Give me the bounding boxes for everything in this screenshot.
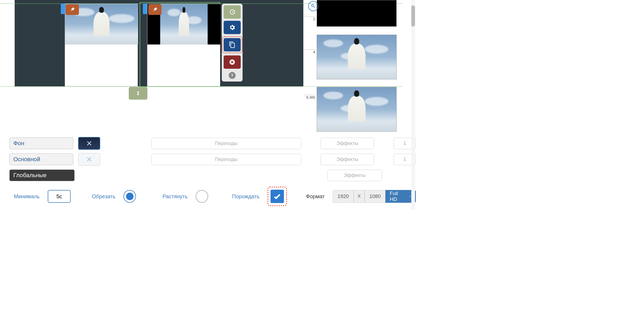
format-label: Формат — [306, 193, 325, 200]
stretch-label: Растянуть — [162, 193, 187, 200]
ruler-mark-6300: 6.300 — [304, 95, 315, 99]
copy-button[interactable] — [224, 38, 241, 51]
preview-frame-2[interactable] — [317, 87, 397, 132]
effects-button-1[interactable]: Эффекты — [321, 138, 374, 149]
settings-button[interactable] — [224, 21, 241, 34]
duration-input[interactable] — [48, 190, 71, 203]
layer-global-button[interactable]: Глобальные — [9, 169, 75, 181]
slide-1-handle-left[interactable] — [61, 3, 65, 14]
dimension-separator: X — [354, 190, 365, 203]
format-preset-label: Full HD — [390, 191, 406, 202]
layer-main-button[interactable]: Основной — [9, 153, 73, 165]
zoom-button[interactable] — [308, 1, 318, 11]
layer-background-thumb[interactable]: ✕ — [78, 137, 100, 150]
slide-toolbar: ? — [222, 4, 243, 82]
stretch-radio[interactable] — [196, 190, 208, 203]
width-input[interactable]: 1920 — [333, 190, 353, 203]
crop-radio[interactable] — [123, 190, 136, 203]
spawn-label: Порождать — [232, 193, 260, 200]
pin-button-1[interactable] — [66, 4, 79, 15]
slide-2-letterbox-right — [208, 4, 220, 44]
layers-panel: Фон ✕ Переходы Эффекты 1 Основной ✕ Пере… — [0, 136, 416, 183]
height-input[interactable]: 1080 — [365, 190, 385, 203]
crop-label: Обрезать — [92, 193, 115, 200]
transitions-button-2[interactable]: Переходы — [151, 154, 301, 165]
help-button[interactable]: ? — [229, 72, 236, 79]
scrollbar-track[interactable] — [411, 0, 415, 209]
layer-main-thumb[interactable]: ✕ — [78, 153, 100, 166]
effects-button-2[interactable]: Эффекты — [321, 154, 374, 165]
copy-highlight — [222, 36, 243, 53]
slide-2[interactable] — [147, 4, 220, 86]
history-button[interactable] — [224, 5, 241, 19]
resize-handle[interactable] — [129, 87, 147, 100]
layer-background-button[interactable]: Фон — [9, 137, 73, 149]
preview-frame-1[interactable] — [317, 35, 397, 79]
spawn-checkbox[interactable] — [271, 190, 284, 203]
preview-black[interactable] — [317, 0, 397, 27]
slide-2-handle-left[interactable] — [143, 3, 147, 14]
pin-button-2[interactable] — [148, 4, 162, 15]
spawn-highlight — [267, 187, 287, 206]
effects-button-3[interactable]: Эффекты — [327, 170, 382, 181]
transitions-button-1[interactable]: Переходы — [151, 138, 301, 149]
ruler-mark-4: 4 — [304, 50, 315, 54]
footer-bar: Минималь Обрезать Растянуть Порождать Фо… — [0, 187, 416, 206]
minimal-label: Минималь — [14, 193, 40, 200]
slide-2-image — [160, 4, 208, 44]
delete-button[interactable] — [224, 55, 241, 69]
timeline-canvas[interactable]: ? — [0, 0, 304, 133]
ruler-mark-2: 2 — [304, 17, 315, 21]
slide-1[interactable] — [65, 4, 138, 86]
scrollbar-thumb[interactable] — [411, 5, 415, 27]
